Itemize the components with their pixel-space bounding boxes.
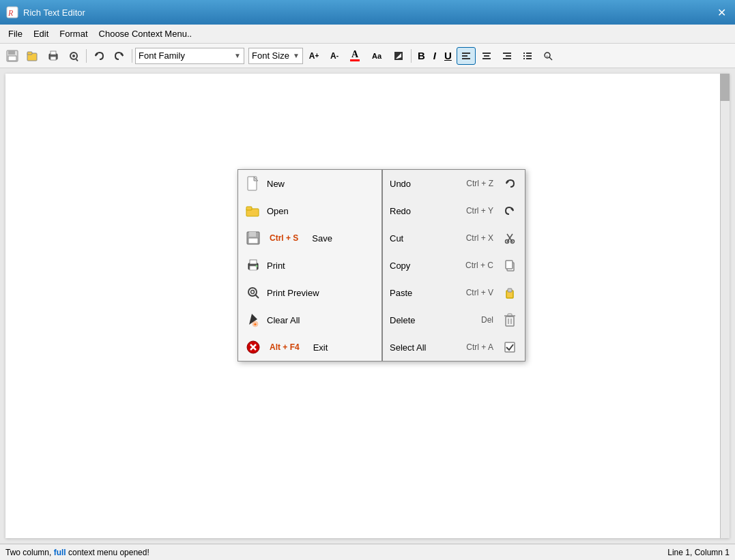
font-color-icon: A (350, 50, 360, 61)
print-preview-menu-icon (245, 284, 261, 301)
print-menu-icon (245, 257, 261, 274)
svg-rect-3 (8, 50, 15, 55)
menu-paste-shortcut: Ctrl + V (466, 288, 493, 297)
svg-rect-22 (482, 58, 491, 59)
editor-page[interactable]: New Open (5, 74, 730, 538)
redo-icon (114, 50, 125, 61)
svg-rect-37 (246, 207, 252, 210)
open-button[interactable] (23, 47, 42, 65)
svg-rect-9 (51, 57, 56, 60)
menu-new-label: New (267, 179, 285, 189)
font-size-dropdown[interactable]: Font Size ▼ (248, 48, 303, 64)
menu-item-cut[interactable]: Cut Ctrl + X (383, 224, 525, 252)
exit-icon (245, 339, 261, 355)
font-family-label: Font Family (139, 50, 185, 61)
svg-rect-20 (482, 53, 491, 54)
redo-button[interactable] (110, 47, 129, 65)
italic-button[interactable]: I (430, 47, 439, 65)
scrollbar-right[interactable] (720, 74, 730, 538)
menu-item-new[interactable]: New (238, 170, 381, 197)
font-color-small-button[interactable]: Aa (366, 47, 388, 65)
menu-item-redo[interactable]: Redo Ctrl + Y (383, 197, 525, 224)
svg-rect-29 (526, 55, 532, 57)
menu-choose-context[interactable]: Choose Context Menu.. (93, 26, 198, 42)
menu-file[interactable]: File (3, 26, 28, 42)
menu-select-all-label: Select All (390, 342, 426, 353)
menu-paste-label: Paste (390, 288, 412, 298)
menu-item-clear-all[interactable]: ✦ Clear All (238, 306, 381, 334)
list-icon (523, 51, 532, 61)
increase-font-button[interactable]: A+ (304, 47, 323, 65)
menu-print-label: Print (267, 261, 285, 271)
font-color-button[interactable]: A (345, 47, 364, 65)
redo-action-icon (502, 203, 518, 219)
svg-rect-6 (27, 52, 32, 55)
highlight-icon (393, 50, 404, 61)
list-button[interactable] (518, 47, 537, 65)
svg-marker-53 (506, 181, 509, 184)
svg-rect-4 (8, 56, 16, 61)
delete-action-icon (502, 312, 518, 328)
svg-text:R: R (8, 8, 14, 18)
svg-rect-31 (526, 58, 532, 59)
menu-item-paste[interactable]: Paste Ctrl + V (383, 279, 525, 306)
menu-item-open[interactable]: Open (238, 197, 381, 224)
menu-item-undo[interactable]: Undo Ctrl + Z (383, 170, 525, 197)
menu-item-select-all[interactable]: Select All Ctrl + A (383, 334, 525, 361)
open-folder-icon (245, 203, 261, 219)
context-menu-left-column: New Open (238, 170, 381, 361)
menu-delete-shortcut: Del (481, 315, 493, 325)
save-button[interactable] (3, 47, 22, 65)
toolbar: Font Family ▼ Font Size ▼ A+ A- A Aa B I… (0, 44, 735, 68)
menu-cut-label: Cut (390, 233, 403, 244)
align-left-button[interactable] (457, 47, 476, 65)
font-family-dropdown[interactable]: Font Family ▼ (135, 48, 244, 64)
menu-redo-shortcut: Ctrl + Y (466, 206, 493, 216)
svg-text:✦: ✦ (253, 322, 257, 327)
svg-rect-19 (462, 58, 470, 59)
bold-button[interactable]: B (414, 47, 429, 65)
svg-rect-18 (462, 55, 467, 57)
menu-copy-shortcut: Ctrl + C (465, 261, 493, 270)
svg-rect-62 (508, 289, 512, 292)
menu-item-save[interactable]: Ctrl + S Save (238, 224, 381, 252)
svg-rect-23 (503, 53, 511, 54)
open-icon (27, 50, 39, 62)
menu-item-exit[interactable]: Alt + F4 Exit (238, 334, 381, 361)
undo-icon (93, 50, 104, 61)
print-preview-button[interactable] (64, 47, 83, 65)
menu-item-print-preview[interactable]: Print Preview (238, 279, 381, 306)
svg-rect-28 (523, 55, 525, 57)
font-size-arrow: ▼ (293, 52, 300, 59)
svg-marker-13 (96, 54, 98, 57)
svg-rect-63 (506, 316, 514, 326)
select-all-action-icon (502, 339, 518, 355)
menu-exit-label: Exit (313, 342, 328, 353)
print-button[interactable] (44, 47, 63, 65)
menu-item-print[interactable]: Print (238, 252, 381, 279)
undo-button[interactable] (89, 47, 109, 65)
menu-item-copy[interactable]: Copy Ctrl + C (383, 252, 525, 279)
menu-item-delete[interactable]: Delete Del (383, 306, 525, 334)
window-title: Rich Text Editor (23, 8, 85, 18)
svg-rect-30 (523, 58, 525, 59)
menu-format[interactable]: Format (54, 26, 93, 42)
svg-rect-25 (503, 58, 511, 59)
menu-copy-label: Copy (390, 261, 410, 271)
scrollbar-thumb[interactable] (720, 74, 730, 101)
highlight-button[interactable] (389, 47, 408, 65)
menu-open-label: Open (267, 206, 289, 216)
decrease-font-button[interactable]: A- (325, 47, 344, 65)
underline-button[interactable]: U (441, 47, 455, 65)
menu-bar: File Edit Format Choose Context Menu.. (0, 25, 735, 44)
align-center-button[interactable] (477, 47, 496, 65)
font-family-arrow: ▼ (234, 52, 241, 59)
undo-action-icon (502, 175, 518, 192)
align-right-button[interactable] (498, 47, 517, 65)
svg-rect-17 (462, 53, 470, 54)
close-button[interactable]: ✕ (713, 4, 730, 20)
zoom-button[interactable]: + (538, 47, 558, 65)
menu-edit[interactable]: Edit (28, 26, 54, 42)
title-bar: R Rich Text Editor ✕ (0, 0, 735, 25)
print-icon (47, 50, 59, 62)
